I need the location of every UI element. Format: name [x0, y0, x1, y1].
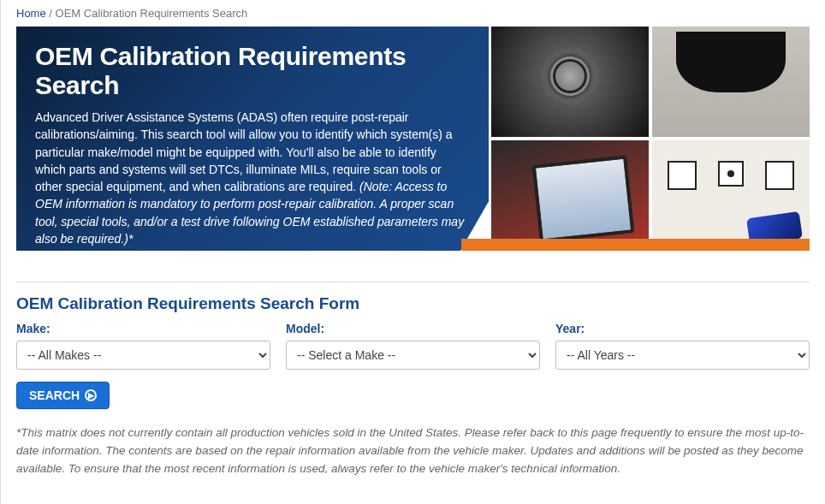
page: Home / OEM Calibration Requirements Sear…	[0, 0, 825, 504]
hero-text-panel: OEM Calibration Requirements Search Adva…	[16, 27, 489, 251]
breadcrumb-home-link[interactable]: Home	[16, 7, 46, 20]
model-select[interactable]: -- Select a Make --	[286, 341, 540, 370]
search-form-row: Make: -- All Makes -- Model: -- Select a…	[16, 322, 810, 370]
hero-image-targets	[652, 140, 810, 251]
hero-image-sensor	[491, 27, 649, 137]
make-select[interactable]: -- All Makes --	[16, 341, 270, 370]
search-button[interactable]: SEARCH ▶	[16, 382, 110, 409]
model-label: Model:	[286, 322, 540, 335]
hero-banner: OEM Calibration Requirements Search Adva…	[16, 27, 810, 263]
breadcrumb-separator: /	[49, 7, 52, 20]
form-title: OEM Calibration Requirements Search Form	[16, 294, 810, 313]
make-label: Make:	[16, 322, 270, 335]
section-divider	[16, 282, 810, 282]
year-select[interactable]: -- All Years --	[555, 341, 810, 370]
hero-image-grid	[491, 27, 810, 251]
year-label: Year:	[555, 322, 810, 335]
breadcrumb: Home / OEM Calibration Requirements Sear…	[16, 7, 810, 20]
disclaimer-text: *This matrix does not currently contain …	[16, 424, 810, 478]
hero-accent-bar	[461, 239, 810, 251]
hero-title: OEM Calibration Requirements Search	[35, 42, 470, 100]
breadcrumb-current: OEM Calibration Requirements Search	[56, 7, 248, 20]
hero-image-scan-tool	[491, 140, 649, 251]
model-column: Model: -- Select a Make --	[286, 322, 540, 370]
year-column: Year: -- All Years --	[555, 322, 810, 370]
make-column: Make: -- All Makes --	[16, 322, 270, 370]
hero-image-mirror	[652, 27, 810, 137]
hero-description: Advanced Driver Assistance Systems (ADAS…	[35, 109, 470, 247]
search-button-label: SEARCH	[29, 388, 80, 402]
chevron-right-icon: ▶	[85, 389, 97, 401]
